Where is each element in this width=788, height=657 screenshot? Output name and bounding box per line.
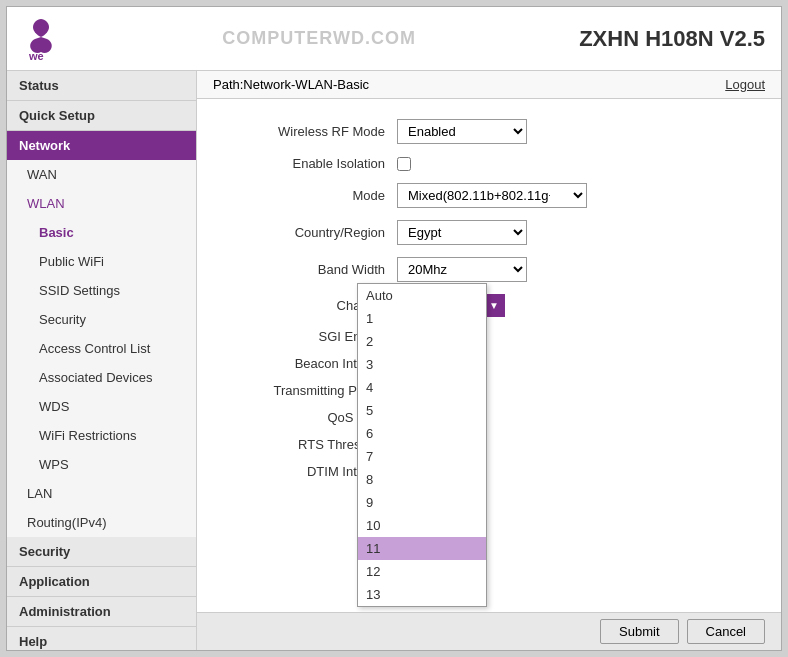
channel-option-1[interactable]: 1 (358, 307, 486, 330)
channel-option-9[interactable]: 9 (358, 491, 486, 514)
footer-bar: Submit Cancel (197, 612, 781, 650)
cancel-button[interactable]: Cancel (687, 619, 765, 644)
enable-isolation-row: Enable Isolation (237, 156, 741, 171)
header: we COMPUTERWD.COM ZXHN H108N V2.5 (7, 7, 781, 71)
country-region-select[interactable]: Egypt (397, 220, 527, 245)
watermark: COMPUTERWD.COM (59, 28, 579, 49)
sgi-enable-row: SGI Enable (237, 329, 741, 344)
rts-threshold-row: RTS Threshold (237, 437, 741, 452)
channel-option-10[interactable]: 10 (358, 514, 486, 537)
mode-label: Mode (237, 188, 397, 203)
breadcrumb: Path:Network-WLAN-Basic (213, 77, 369, 92)
zte-logo: we (23, 17, 59, 61)
sidebar-item-security-sub[interactable]: Security (7, 305, 196, 334)
channel-dropdown-list: Auto12345678910111213 (357, 283, 487, 607)
sidebar-item-routing[interactable]: Routing(IPv4) (7, 508, 196, 537)
sidebar-item-wifi-restrictions[interactable]: WiFi Restrictions (7, 421, 196, 450)
sidebar-item-basic[interactable]: Basic (7, 218, 196, 247)
sidebar-item-administration[interactable]: Administration (7, 597, 196, 627)
country-region-label: Country/Region (237, 225, 397, 240)
qos-type-row: QoS Type (237, 410, 741, 425)
sidebar-item-security[interactable]: Security (7, 537, 196, 567)
wireless-rf-mode-select[interactable]: Enabled Disabled (397, 119, 527, 144)
band-width-select[interactable]: 20Mhz (397, 257, 527, 282)
channel-option-13[interactable]: 13 (358, 583, 486, 606)
content-area: Path:Network-WLAN-Basic Logout Wireless … (197, 71, 781, 650)
channel-option-6[interactable]: 6 (358, 422, 486, 445)
dtim-interval-row: DTIM Interval (237, 464, 741, 479)
sidebar: Status Quick Setup Network WAN WLAN Basi… (7, 71, 197, 650)
logo-area: we (23, 17, 59, 61)
wireless-rf-mode-label: Wireless RF Mode (237, 124, 397, 139)
mode-row: Mode Mixed(802.11b+802.11g+802.11r (237, 183, 741, 208)
channel-option-auto[interactable]: Auto (358, 284, 486, 307)
transmitting-power-row: Transmitting Power (237, 383, 741, 398)
channel-option-8[interactable]: 8 (358, 468, 486, 491)
sidebar-item-help[interactable]: Help (7, 627, 196, 650)
sidebar-item-wds[interactable]: WDS (7, 392, 196, 421)
sidebar-item-application[interactable]: Application (7, 567, 196, 597)
sidebar-item-associated[interactable]: Associated Devices (7, 363, 196, 392)
channel-option-11[interactable]: 11 (358, 537, 486, 560)
sidebar-item-ssid-settings[interactable]: SSID Settings (7, 276, 196, 305)
submit-button[interactable]: Submit (600, 619, 678, 644)
channel-row: Channel ▼ (237, 294, 741, 317)
sidebar-item-wps[interactable]: WPS (7, 450, 196, 479)
sidebar-item-wlan[interactable]: WLAN (7, 189, 196, 218)
svg-text:we: we (28, 50, 44, 61)
band-width-row: Band Width 20Mhz (237, 257, 741, 282)
sidebar-item-lan[interactable]: LAN (7, 479, 196, 508)
sidebar-item-access-control[interactable]: Access Control List (7, 334, 196, 363)
country-region-row: Country/Region Egypt (237, 220, 741, 245)
channel-option-3[interactable]: 3 (358, 353, 486, 376)
device-title: ZXHN H108N V2.5 (579, 26, 765, 52)
sidebar-item-wan[interactable]: WAN (7, 160, 196, 189)
mode-select[interactable]: Mixed(802.11b+802.11g+802.11r (397, 183, 587, 208)
channel-option-5[interactable]: 5 (358, 399, 486, 422)
sidebar-item-quick-setup[interactable]: Quick Setup (7, 101, 196, 131)
band-width-label: Band Width (237, 262, 397, 277)
sidebar-item-public-wifi[interactable]: Public WiFi (7, 247, 196, 276)
beacon-interval-row: Beacon Interval (237, 356, 741, 371)
path-bar: Path:Network-WLAN-Basic Logout (197, 71, 781, 99)
enable-isolation-checkbox[interactable] (397, 157, 411, 171)
channel-option-4[interactable]: 4 (358, 376, 486, 399)
sidebar-item-status[interactable]: Status (7, 71, 196, 101)
wireless-rf-mode-row: Wireless RF Mode Enabled Disabled (237, 119, 741, 144)
channel-option-2[interactable]: 2 (358, 330, 486, 353)
channel-option-12[interactable]: 12 (358, 560, 486, 583)
enable-isolation-label: Enable Isolation (237, 156, 397, 171)
sidebar-item-network[interactable]: Network (7, 131, 196, 160)
channel-option-7[interactable]: 7 (358, 445, 486, 468)
form-area: Wireless RF Mode Enabled Disabled Enable… (197, 99, 781, 612)
logout-link[interactable]: Logout (725, 77, 765, 92)
